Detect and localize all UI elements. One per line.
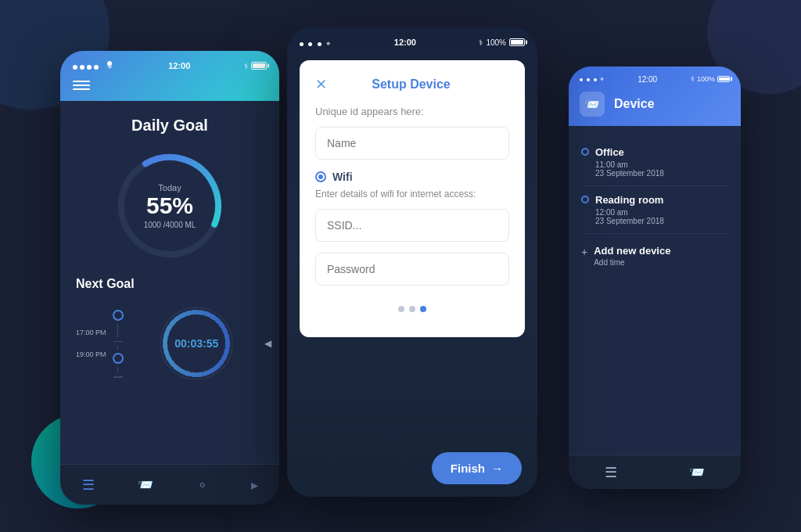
device-cylinder-icon: 📨 bbox=[580, 92, 605, 117]
phone1-battery-area: ⚕ bbox=[244, 62, 267, 70]
office-date: 23 September 2018 bbox=[595, 169, 664, 178]
setup-title: Setup Device bbox=[327, 77, 509, 92]
ssid-input[interactable] bbox=[315, 209, 509, 242]
wifi-section: Wifi Enter details of wifi for internet … bbox=[315, 171, 509, 297]
status-dots: ⌖ bbox=[73, 59, 114, 73]
phone2-battery-icon bbox=[509, 38, 525, 46]
time-labels: 17:00 PM 19:00 PM bbox=[76, 329, 106, 358]
device-info-reading: Reading room 12:00 am 23 September 2018 bbox=[595, 194, 664, 225]
device-item-office[interactable]: Office 11:00 am 23 September 2018 bbox=[581, 138, 728, 186]
page-indicator bbox=[315, 306, 509, 312]
nav-menu-icon[interactable]: ☰ bbox=[82, 476, 95, 494]
percent-value: 55% bbox=[144, 194, 196, 217]
add-device-info: Add new device Add time bbox=[594, 245, 670, 267]
time-slots: 17:00 PM 19:00 PM bbox=[76, 300, 264, 386]
reading-date: 23 September 2018 bbox=[595, 217, 664, 225]
name-input[interactable] bbox=[315, 127, 509, 160]
device-item-reading[interactable]: Reading room 12:00 am 23 September 2018 bbox=[581, 186, 728, 234]
phone1-bottom-nav: ☰ 📨 ⚬ ▸ bbox=[60, 464, 279, 505]
phone2-status-bar: ⌖ 12:00 ⚕ 100% bbox=[287, 27, 537, 54]
device-info-office: Office 11:00 am 23 September 2018 bbox=[595, 146, 664, 178]
battery-icon bbox=[251, 62, 267, 70]
phone3-devices: ⌖ 12:00 ⚕ 100% 📨 Device bbox=[569, 66, 741, 489]
nav-person-icon[interactable]: ⚬ bbox=[196, 476, 208, 494]
progress-circle-wrapper: Today 55% 1000 /4000 ML bbox=[111, 147, 228, 264]
unique-id-label: Unique id appears here: bbox=[315, 106, 509, 117]
phone3-header: ⌖ 12:00 ⚕ 100% 📨 Device bbox=[569, 66, 741, 126]
phone2-dots: ⌖ bbox=[300, 35, 331, 49]
phone2-battery-text: 100% bbox=[486, 38, 506, 47]
phone2-content: ✕ Setup Device Unique id appears here: W… bbox=[287, 60, 537, 337]
phone3-battery-text: 100% bbox=[697, 75, 715, 83]
phone3-body: Office 11:00 am 23 September 2018 Readin… bbox=[569, 126, 741, 290]
time-dot-1 bbox=[113, 310, 124, 321]
phone2-battery-area: ⚕ 100% bbox=[479, 38, 525, 47]
time-dot-2 bbox=[113, 353, 124, 364]
today-label: Today bbox=[144, 183, 196, 192]
phone2-setup-device: ⌖ 12:00 ⚕ 100% ✕ Setup Device Unique id … bbox=[287, 27, 537, 497]
circle-text-overlay: Today 55% 1000 /4000 ML bbox=[144, 183, 196, 229]
time-label-1: 17:00 PM bbox=[76, 329, 106, 336]
phone2-bluetooth-icon: ⚕ bbox=[479, 38, 483, 47]
time-label-2: 19:00 PM bbox=[76, 350, 106, 358]
phone3-title: Device bbox=[614, 97, 655, 111]
setup-card: ✕ Setup Device Unique id appears here: W… bbox=[300, 60, 525, 337]
device-bullet-2 bbox=[581, 196, 589, 203]
phone3-battery-area: ⚕ 100% bbox=[691, 75, 730, 83]
office-name: Office bbox=[595, 146, 664, 158]
finish-label: Finish bbox=[451, 462, 485, 475]
timer-circle-wrapper: 00:03:55 ◀ bbox=[130, 300, 264, 386]
page-dot-2 bbox=[409, 306, 415, 312]
wifi-description: Enter details of wifi for internet acces… bbox=[315, 188, 509, 201]
setup-card-header: ✕ Setup Device bbox=[315, 76, 509, 93]
wifi-label: Wifi bbox=[332, 171, 353, 183]
device-bullet-1 bbox=[581, 148, 589, 156]
phone3-title-row: 📨 Device bbox=[580, 92, 730, 117]
add-device-label: Add new device bbox=[594, 245, 670, 257]
device-item-office-row: Office 11:00 am 23 September 2018 bbox=[581, 146, 728, 178]
page-dot-1 bbox=[398, 306, 404, 312]
phone1-header: ⌖ 12:00 ⚕ bbox=[60, 51, 279, 101]
nav-bell-icon[interactable]: ▸ bbox=[251, 476, 258, 494]
phone1-daily-goal: ⌖ 12:00 ⚕ Daily Goal bbox=[60, 51, 279, 505]
phone3-bottom-nav: ☰ 📨 bbox=[569, 455, 741, 489]
phone3-battery-icon bbox=[717, 76, 730, 82]
close-button[interactable]: ✕ bbox=[315, 76, 327, 93]
phone3-time: 12:00 bbox=[638, 75, 657, 84]
next-goal-title: Next Goal bbox=[76, 277, 135, 291]
phone3-dots: ⌖ bbox=[580, 74, 604, 84]
bluetooth-icon: ⚕ bbox=[244, 62, 248, 70]
phone3-nav-cylinder-icon[interactable]: 📨 bbox=[689, 465, 705, 480]
wifi-label-row: Wifi bbox=[315, 171, 509, 183]
timer-arrow-icon: ◀ bbox=[264, 338, 271, 349]
phone1-status-bar: ⌖ 12:00 ⚕ bbox=[73, 59, 267, 73]
page-dot-3 bbox=[420, 306, 426, 312]
finish-arrow-icon: → bbox=[491, 462, 503, 475]
add-device-row[interactable]: + Add new device Add time bbox=[581, 234, 728, 278]
hamburger-menu-icon[interactable] bbox=[73, 81, 267, 90]
password-input[interactable] bbox=[315, 253, 509, 286]
reading-room-name: Reading room bbox=[595, 194, 664, 206]
phone1-body: Daily Goal Today 55% 1000 /4 bbox=[60, 101, 279, 394]
nav-cylinder-icon[interactable]: 📨 bbox=[138, 477, 153, 492]
wifi-radio-button[interactable] bbox=[315, 171, 326, 182]
ml-value: 1000 /4000 ML bbox=[144, 221, 196, 229]
office-time: 11:00 am bbox=[595, 160, 664, 169]
finish-button[interactable]: Finish → bbox=[432, 452, 522, 484]
add-plus-icon: + bbox=[581, 246, 587, 258]
reading-time: 12:00 am bbox=[595, 208, 664, 217]
phone1-time: 12:00 bbox=[168, 61, 190, 70]
add-device-sublabel: Add time bbox=[594, 258, 670, 267]
phone2-time: 12:00 bbox=[394, 38, 416, 47]
phones-wrapper: ⌖ 12:00 ⚕ Daily Goal bbox=[45, 12, 756, 520]
device-item-reading-row: Reading room 12:00 am 23 September 2018 bbox=[581, 194, 728, 225]
daily-goal-title: Daily Goal bbox=[131, 117, 208, 135]
phone3-status-bar: ⌖ 12:00 ⚕ 100% bbox=[580, 74, 730, 84]
phone3-nav-menu-icon[interactable]: ☰ bbox=[605, 464, 617, 481]
timer-value: 00:03:55 bbox=[174, 337, 218, 350]
